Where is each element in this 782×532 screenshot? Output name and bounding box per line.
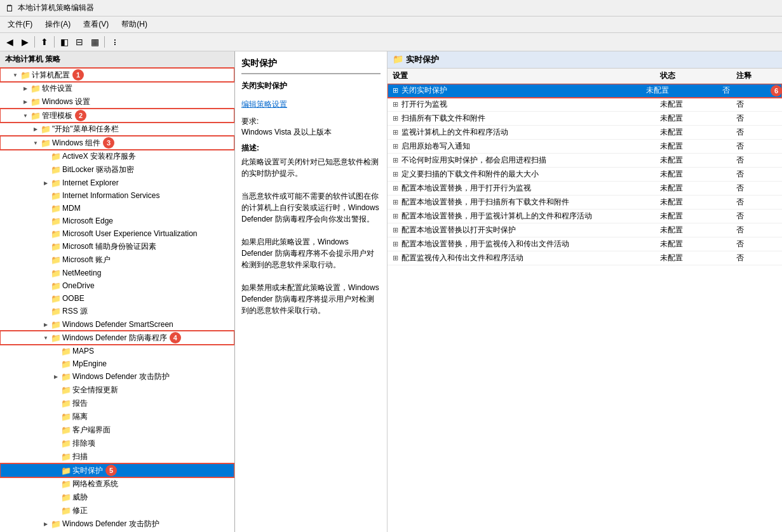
tree-item-threats[interactable]: 📁威胁 [0, 491, 234, 504]
table-row[interactable]: ⊞配置本地设置替换以打开实时保护未配置否 [388, 223, 782, 237]
tree-item-admin-templates[interactable]: ▼📁管理模板2 [0, 109, 234, 123]
tree-item-mdm[interactable]: 📁MDM [0, 202, 234, 215]
row-icon-11: ⊞ [390, 240, 400, 248]
tree-label-remediation: 修正 [72, 505, 88, 516]
tree-item-muev[interactable]: 📁Microsoft User Experience Virtualizatio… [0, 227, 234, 240]
tree-item-oobe[interactable]: 📁OOBE [0, 292, 234, 305]
tree-item-edge[interactable]: 📁Microsoft Edge [0, 215, 234, 227]
folder-icon-ie: 📁 [51, 178, 61, 188]
tree-expand-defender-exploit2: ▶ [41, 519, 51, 529]
tree-item-windows-settings[interactable]: ▶📁Windows 设置 [0, 95, 234, 109]
tree-item-ie[interactable]: ▶📁Internet Explorer [0, 176, 234, 189]
folder-icon-windows-components: 📁 [41, 138, 51, 148]
tree-item-smartscreen[interactable]: ▶📁Windows Defender SmartScreen [0, 318, 234, 331]
tree-label-security-intel: 安全情报更新 [72, 385, 118, 396]
tree-item-bitlocker[interactable]: 📁BitLocker 驱动器加密 [0, 163, 234, 176]
forward-button[interactable]: ▶ [18, 35, 32, 49]
folder-icon-admin-templates: 📁 [30, 110, 41, 121]
row-note-3: 否 [731, 126, 782, 139]
tree-item-exploit[interactable]: ▶📁Windows Defender 攻击防护 [0, 370, 234, 383]
tree-item-exclusions[interactable]: 📁排除项 [0, 437, 234, 450]
table-row[interactable]: ⊞关闭实时保护未配置否6 [388, 84, 782, 98]
tree-item-msa[interactable]: 📁Microsoft 账户 [0, 253, 234, 267]
tree-item-report[interactable]: 📁报告 [0, 397, 234, 410]
tree-item-remediation[interactable]: 📁修正 [0, 504, 234, 517]
menu-help[interactable]: 帮助(H) [116, 18, 152, 31]
show-hide-button[interactable]: ◧ [57, 35, 71, 49]
tree-label-bitlocker: BitLocker 驱动器加密 [62, 164, 134, 175]
tree-label-software-settings: 软件设置 [42, 83, 72, 94]
tree-item-windows-components[interactable]: ▼📁Windows 组件3 [0, 136, 234, 150]
tree-expand-windows-settings: ▶ [20, 97, 30, 107]
tree-item-scan[interactable]: 📁扫描 [0, 450, 234, 463]
table-row[interactable]: ⊞不论何时应用实时保护，都会启用进程扫描未配置否 [388, 154, 782, 168]
tree-expand-remediation [51, 506, 61, 516]
table-row[interactable]: ⊞配置监视传入和传出文件和程序活动未配置否 [388, 251, 782, 265]
folder-icon-scan: 📁 [61, 452, 71, 462]
folder-icon-edge: 📁 [51, 216, 61, 226]
up-button[interactable]: ⬆ [37, 35, 51, 49]
tree-item-netmeeting[interactable]: 📁NetMeeting [0, 267, 234, 279]
tree-item-passport[interactable]: 📁Microsoft 辅助身份验证因素 [0, 240, 234, 253]
tree-label-smartscreen: Windows Defender SmartScreen [62, 320, 173, 329]
tree-item-software-settings[interactable]: ▶📁软件设置 [0, 82, 234, 95]
table-row[interactable]: ⊞扫描所有下载文件和附件未配置否 [388, 112, 782, 126]
edit-policy-link[interactable]: 编辑策略设置 [241, 100, 287, 109]
tree-item-client-ui[interactable]: 📁客户端界面 [0, 423, 234, 437]
row-setting-0: ⊞关闭实时保护 [388, 84, 641, 97]
table-row[interactable]: ⊞配置本地设置替换，用于打开行为监视未配置否 [388, 182, 782, 196]
row-setting-text-2: 扫描所有下载文件和附件 [401, 113, 485, 124]
tree-label-mpengine: MpEngine [72, 359, 107, 368]
row-setting-6: ⊞定义要扫描的下载文件和附件的最大大小 [388, 168, 655, 181]
tree-item-network-inspect[interactable]: 📁网络检查系统 [0, 477, 234, 491]
menu-action[interactable]: 操作(A) [40, 18, 76, 31]
table-row[interactable]: ⊞监视计算机上的文件和程序活动未配置否 [388, 126, 782, 140]
tree-item-security-intel[interactable]: 📁安全情报更新 [0, 383, 234, 397]
folder-icon-mdm: 📁 [51, 203, 61, 213]
table-row[interactable]: ⊞打开行为监视未配置否 [388, 98, 782, 112]
folder-icon-client-ui: 📁 [61, 425, 71, 436]
table-row[interactable]: ⊞配置本地设置替换，用于监视计算机上的文件和程序活动未配置否 [388, 209, 782, 223]
row-setting-text-4: 启用原始卷写入通知 [401, 141, 470, 152]
tree-item-start-menu[interactable]: ▶📁"开始"菜单和任务栏 [0, 123, 234, 136]
table-column-headers: 设置 状态 注释 [388, 69, 782, 84]
tree-expand-exploit: ▶ [51, 372, 61, 382]
tree-item-onedrive[interactable]: 📁OneDrive [0, 279, 234, 292]
tree-item-computer-config[interactable]: ▼📁计算机配置1 [0, 68, 234, 82]
table-row[interactable]: ⊞配置本地设置替换，用于扫描所有下载文件和附件未配置否 [388, 196, 782, 209]
tree-label-iis: Internet Information Services [62, 191, 159, 200]
tree-item-rss[interactable]: 📁RSS 源 [0, 305, 234, 318]
tree-button[interactable]: ⊟ [72, 35, 86, 49]
tree-item-defender-exploit2[interactable]: ▶📁Windows Defender 攻击防护 [0, 517, 234, 531]
folder-icon-report: 📁 [61, 399, 71, 409]
table-row[interactable]: ⊞定义要扫描的下载文件和附件的最大大小未配置否 [388, 168, 782, 182]
table-row[interactable]: ⊞启用原始卷写入通知未配置否 [388, 140, 782, 154]
menu-view[interactable]: 查看(V) [78, 18, 114, 31]
tree-item-iis[interactable]: 📁Internet Information Services [0, 189, 234, 202]
tree-item-quarantine[interactable]: 📁隔离 [0, 410, 234, 423]
row-icon-2: ⊞ [390, 114, 400, 123]
tree-label-client-ui: 客户端界面 [72, 425, 111, 436]
grid-button[interactable]: ▦ [88, 35, 102, 49]
annotation-2: 2 [75, 110, 86, 121]
tree-label-windows-settings: Windows 设置 [42, 96, 90, 107]
filter-button[interactable]: ⫶ [107, 35, 121, 49]
row-note-2: 否 [731, 112, 782, 125]
tree-expand-muev [41, 229, 51, 239]
tree-expand-defender-av: ▼ [41, 333, 51, 343]
tree-item-maps[interactable]: 📁MAPS [0, 345, 234, 357]
menu-file[interactable]: 文件(F) [3, 18, 37, 31]
folder-icon-defender-av: 📁 [51, 333, 61, 343]
table-row[interactable]: ⊞配置本地设置替换，用于监视传入和传出文件活动未配置否 [388, 237, 782, 251]
settings-header: 📁 实时保护 [388, 51, 782, 69]
folder-icon-exploit: 📁 [61, 372, 71, 382]
tree-label-edge: Microsoft Edge [62, 216, 113, 225]
back-button[interactable]: ◀ [3, 35, 17, 49]
row-setting-5: ⊞不论何时应用实时保护，都会启用进程扫描 [388, 154, 655, 167]
tree-item-mpengine[interactable]: 📁MpEngine [0, 357, 234, 370]
tree-expand-start-menu: ▶ [30, 124, 41, 135]
tree-item-realtime[interactable]: 📁实时保护5 [0, 463, 234, 477]
tree-item-activex[interactable]: 📁ActiveX 安装程序服务 [0, 150, 234, 163]
row-setting-text-5: 不论何时应用实时保护，都会启用进程扫描 [401, 155, 546, 166]
tree-item-defender-av[interactable]: ▼📁Windows Defender 防病毒程序4 [0, 331, 234, 345]
